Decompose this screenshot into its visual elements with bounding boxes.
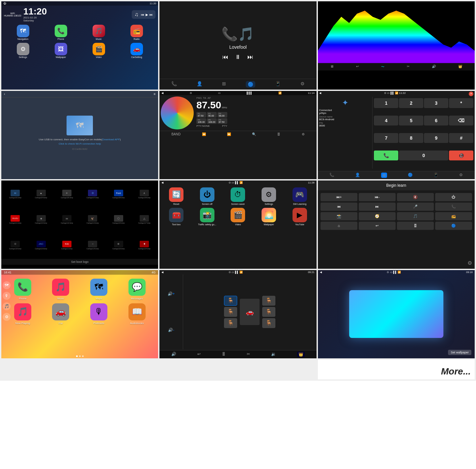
eq-crown-icon[interactable]: 👑 — [458, 65, 462, 69]
key-3[interactable]: 3 — [424, 98, 448, 108]
bottom-device-icon[interactable]: 📱 — [275, 81, 281, 88]
wallpaper-back-icon[interactable]: ◀ — [320, 271, 322, 274]
learn-btn-src[interactable]: 📻 — [435, 212, 472, 220]
seat-cut-icon[interactable]: ✂ — [247, 352, 250, 357]
learn-btn-vol-down[interactable]: ⏮- — [359, 193, 396, 201]
learn-btn-music[interactable]: 🎵 — [397, 212, 434, 220]
app-phone[interactable]: 📞 Phone — [55, 25, 67, 40]
eq-undo-icon[interactable]: ↩ — [356, 65, 359, 69]
logo-13[interactable]: ⊙ Carlogo118.bmp — [3, 233, 28, 257]
logo-porsche[interactable]: 🦅 Carlogo113.bmp — [80, 207, 105, 232]
carplay-messages[interactable]: 💬 Messages — [120, 279, 154, 300]
logo-2[interactable]: ▲ Carlogo104.bmp — [28, 182, 53, 207]
bottom-bluetooth-icon[interactable]: 🔵 — [246, 81, 255, 88]
app-screen-saver[interactable]: ⏱ Screen saver — [224, 187, 252, 205]
logo-mini[interactable]: ⊛ Carlogo123.bmp — [106, 233, 131, 257]
logo-4[interactable]: ⚙ Carlogo107.bmp — [80, 182, 105, 207]
app-toolbox[interactable]: 🧰 Tool box — [162, 208, 190, 226]
app-traffic[interactable]: 📸 Traffic safety gu... — [193, 208, 221, 226]
app-reset[interactable]: 🔄 Reset — [162, 187, 190, 205]
learn-btn-camera[interactable]: 📸 — [321, 212, 357, 220]
learn-btn-eq[interactable]: 🎛 — [397, 222, 434, 230]
bt-bottom-grid[interactable]: ⊞ — [381, 173, 387, 178]
key-call[interactable]: 📞 — [374, 151, 398, 160]
logo-isuzu[interactable]: ISUZU Carlogo111.bmp — [3, 207, 28, 232]
bt-bottom-device[interactable]: 📱 — [434, 173, 438, 178]
eq-cut-icon[interactable]: ✂ — [407, 65, 409, 69]
wallpaper-preview[interactable] — [349, 290, 443, 338]
seat-rear-middle[interactable]: 🪑 — [224, 318, 237, 328]
music-prev-icon[interactable]: ⏮ — [141, 13, 144, 16]
learn-btn-power[interactable]: ⏻ — [435, 193, 472, 201]
prev-button[interactable]: ⏮ — [222, 54, 228, 61]
play-pause-button[interactable]: ⏸ — [235, 54, 241, 61]
seat-back-icon[interactable]: ◀ — [161, 271, 163, 274]
seat-vol-icon[interactable]: 🔉 — [271, 352, 276, 357]
app-screen-off[interactable]: ⏻ Screen off — [193, 187, 221, 205]
logo-3[interactable]: ≡ Carlogo105.bmp — [54, 182, 79, 207]
pty-button[interactable]: PTY — [222, 124, 227, 127]
learn-gear-icon[interactable]: ⚙ — [467, 260, 472, 266]
learn-btn-bt[interactable]: 🔵 — [435, 222, 472, 230]
nav-wifi-link[interactable]: Click to check Wi-Fi connection help — [59, 142, 101, 145]
learn-btn-home[interactable]: ⌂ — [321, 222, 357, 230]
carplay-settings-side[interactable]: ⚙ — [3, 313, 11, 321]
key-6[interactable]: 6 — [424, 116, 448, 125]
carplay-podcast-side[interactable]: 🎙 — [3, 292, 11, 300]
bt-bottom-contact[interactable]: 👤 — [355, 173, 360, 178]
nav-menu-icon[interactable]: ≡ — [154, 92, 155, 96]
learn-btn-mic[interactable]: 🎤 — [397, 203, 434, 211]
key-8[interactable]: 8 — [399, 133, 423, 143]
carplay-maps[interactable]: 🗺 Maps — [81, 279, 116, 300]
app-settings2[interactable]: ⚙ Settings — [255, 187, 283, 205]
nav-back-icon[interactable]: ‹ — [4, 92, 5, 96]
seat-rear-far-right[interactable]: 🪑 — [262, 318, 275, 328]
app-wallpaper[interactable]: 🖼 Wallpaper — [55, 43, 67, 58]
carplay-audiobooks[interactable]: 📖 Audiobooks — [120, 303, 154, 325]
set-boot-logo-btn[interactable]: Set boot logo — [1, 259, 158, 265]
logo-11[interactable]: ⬡ Carlogo115.bmp — [106, 207, 131, 232]
radio-band-btn[interactable]: BAND — [171, 132, 181, 136]
seat-rear-left[interactable]: 🪑 — [224, 307, 237, 317]
radio-dial[interactable] — [161, 97, 194, 129]
learn-btn-vol-up[interactable]: ⏮+ — [321, 193, 357, 201]
app-sw-learning[interactable]: 🎮 SW Learning — [286, 187, 314, 205]
app-video2[interactable]: 🎬 Video — [224, 208, 252, 226]
logo-6[interactable]: ∧ Carlogo109.bmp — [132, 182, 157, 207]
key-end[interactable]: 📵 — [449, 151, 473, 160]
seat-vol-up-icon[interactable]: 🔊+ — [161, 291, 181, 296]
key-star[interactable]: * — [449, 98, 473, 108]
learn-btn-back[interactable]: ↩ — [359, 222, 396, 230]
carplay-car[interactable]: 🚗 Car — [43, 303, 78, 325]
learn-btn-mute[interactable]: 🔇 — [397, 193, 434, 201]
seat-front-right[interactable]: 🪑 — [262, 296, 275, 306]
radio-eq-icon[interactable]: 🎛 — [277, 132, 280, 136]
logo-infiniti[interactable]: ∞ Carlogo112.bmp — [54, 207, 79, 232]
logo-jac[interactable]: JAC Carlogo119.bmp — [28, 233, 53, 257]
key-9[interactable]: 9 — [424, 133, 448, 143]
bt-bottom-phone[interactable]: 📞 — [329, 173, 334, 178]
app-carsetting[interactable]: 🚗 CarSetting — [130, 43, 143, 58]
app-navigation[interactable]: 🗺 Navigation — [17, 25, 29, 40]
key-0[interactable]: 0 — [399, 151, 448, 160]
learn-btn-prev[interactable]: ⏮ — [321, 203, 357, 211]
app-settings[interactable]: ⚙ Settings — [17, 43, 29, 58]
seat-vol-bottom-icon[interactable]: 🔊 — [171, 352, 176, 357]
seat-front-left[interactable]: 🪑 — [224, 296, 237, 306]
bottom-contact-icon[interactable]: 👤 — [197, 81, 202, 88]
radio-forward-icon[interactable]: ⏩ — [227, 132, 231, 136]
bt-back-icon[interactable]: ◀ — [319, 92, 321, 96]
preset-4[interactable]: P4 106.00 — [196, 118, 206, 124]
carplay-music-side[interactable]: 🎵 — [3, 302, 11, 310]
app-radio[interactable]: 📻 Radio — [130, 25, 143, 40]
key-hash[interactable]: # — [449, 133, 473, 143]
logo-kia[interactable]: KIA Carlogo12.bmp — [54, 233, 79, 257]
carplay-podcasts[interactable]: 🎙 Podcasts — [81, 303, 116, 325]
preset-6[interactable]: P6 87.50 — [217, 118, 227, 124]
app-music[interactable]: 🎵 Music — [93, 25, 105, 40]
logo-12[interactable]: △ Carlogo117.bmp — [132, 207, 157, 232]
radio-search-icon[interactable]: 🔍 — [252, 132, 256, 136]
logo-16[interactable]: ○ Carlogo120.bmp — [80, 233, 105, 257]
next-button[interactable]: ⏭ — [247, 54, 253, 61]
learn-btn-next-prev[interactable]: ⏭ — [359, 203, 396, 211]
